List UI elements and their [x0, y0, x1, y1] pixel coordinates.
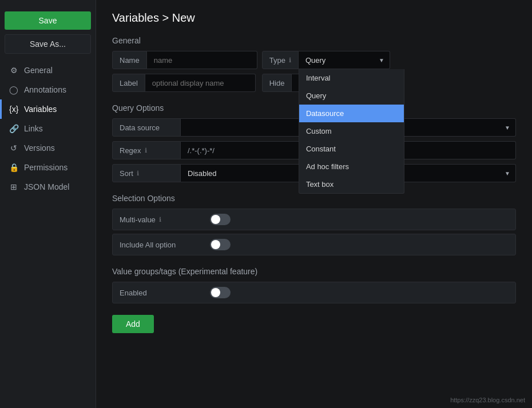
sidebar: Save Save As... ⚙ General ◯ Annotations … — [0, 0, 96, 408]
enabled-row: Enabled — [112, 282, 516, 303]
multi-value-toggle[interactable] — [210, 214, 231, 225]
hide-label: Hide — [262, 74, 292, 92]
toggle-knob-enabled — [211, 288, 220, 297]
general-section-title: General — [112, 36, 516, 45]
name-field-row: Name — [112, 51, 257, 69]
watermark: https://zzq23.blog.csdn.net — [450, 397, 525, 403]
sidebar-item-variables[interactable]: {x} Variables — [0, 99, 96, 119]
label-label: Label — [112, 74, 145, 92]
page-title: Variables > New — [112, 11, 516, 25]
regex-label: Regex ℹ — [112, 141, 181, 159]
datasource-label: Data source — [112, 118, 181, 137]
regex-info-icon: ℹ — [145, 147, 147, 154]
label-field-row: Label — [112, 74, 257, 92]
save-button[interactable]: Save — [5, 11, 91, 30]
type-select-container: Query ▼ Interval Query Datasource Custom… — [299, 51, 390, 69]
dropdown-item-query[interactable]: Query — [299, 87, 404, 105]
sidebar-item-label: JSON Model — [24, 182, 69, 191]
name-label: Name — [112, 51, 147, 69]
sidebar-action-buttons: Save Save As... — [0, 5, 96, 61]
name-input[interactable] — [147, 51, 257, 69]
dropdown-item-adhoc[interactable]: Ad hoc filters — [299, 158, 404, 175]
sidebar-item-permissions[interactable]: 🔒 Permissions — [0, 158, 96, 177]
main-content: Variables > New General Name Label — [96, 0, 532, 408]
type-label: Type ℹ — [262, 51, 299, 69]
gear-icon: ⚙ — [9, 66, 18, 75]
value-groups-section: Value groups/tags (Experimental feature)… — [112, 267, 516, 303]
multi-value-label: Multi-value ℹ — [120, 215, 205, 224]
enabled-label: Enabled — [120, 289, 205, 297]
add-button[interactable]: Add — [112, 315, 154, 333]
include-all-label: Include All option — [120, 241, 205, 249]
link-icon: 🔗 — [9, 124, 18, 133]
type-select[interactable]: Query — [299, 51, 390, 69]
dropdown-item-custom[interactable]: Custom — [299, 122, 404, 140]
type-dropdown-menu: Interval Query Datasource Custom Constan… — [299, 69, 404, 194]
enabled-toggle[interactable] — [210, 287, 231, 298]
dropdown-item-datasource[interactable]: Datasource — [299, 105, 404, 122]
label-input[interactable] — [145, 74, 256, 92]
sidebar-item-label: Variables — [24, 105, 57, 114]
sidebar-item-label: Links — [24, 124, 43, 133]
type-info-icon: ℹ — [289, 57, 291, 64]
versions-icon: ↺ — [9, 143, 18, 153]
sidebar-item-general[interactable]: ⚙ General — [0, 61, 96, 80]
annotation-icon: ◯ — [9, 85, 18, 94]
selection-options-section: Selection Options Multi-value ℹ Include … — [112, 194, 516, 255]
general-section: General Name Label Type — [112, 36, 516, 92]
sidebar-item-links[interactable]: 🔗 Links — [0, 119, 96, 138]
sidebar-item-annotations[interactable]: ◯ Annotations — [0, 80, 96, 99]
dropdown-item-interval[interactable]: Interval — [299, 69, 404, 87]
sidebar-item-label: Permissions — [24, 163, 68, 172]
dropdown-item-constant[interactable]: Constant — [299, 140, 404, 158]
lock-icon: 🔒 — [9, 163, 18, 172]
toggle-knob-all — [211, 240, 220, 249]
include-all-toggle[interactable] — [210, 239, 231, 250]
json-icon: ⊞ — [9, 182, 18, 191]
variables-icon: {x} — [9, 105, 18, 114]
sidebar-item-json-model[interactable]: ⊞ JSON Model — [0, 177, 96, 197]
toggle-knob — [211, 215, 220, 224]
value-groups-title: Value groups/tags (Experimental feature) — [112, 267, 516, 276]
multi-value-row: Multi-value ℹ — [112, 209, 516, 230]
sidebar-item-label: Versions — [24, 143, 55, 153]
save-as-button[interactable]: Save As... — [5, 34, 91, 54]
multi-value-info-icon: ℹ — [159, 216, 161, 223]
dropdown-item-textbox[interactable]: Text box — [299, 175, 404, 193]
type-field-row: Type ℹ Query ▼ Interval Query — [262, 51, 390, 69]
selection-options-title: Selection Options — [112, 194, 516, 203]
sort-label: Sort ℹ — [112, 164, 181, 182]
add-button-container: Add — [112, 315, 516, 333]
sidebar-item-versions[interactable]: ↺ Versions — [0, 138, 96, 158]
sort-info-icon: ℹ — [137, 170, 139, 177]
sidebar-item-label: General — [24, 66, 53, 75]
include-all-row: Include All option — [112, 234, 516, 255]
sidebar-item-label: Annotations — [24, 85, 66, 94]
